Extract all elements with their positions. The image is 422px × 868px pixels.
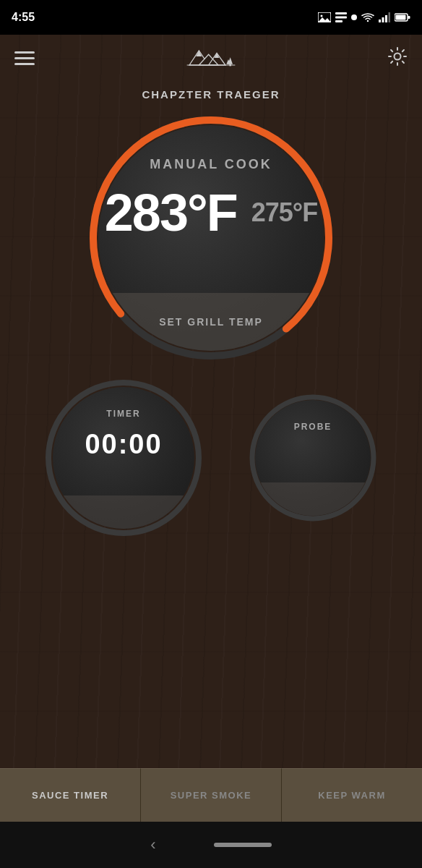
- status-icons: [318, 12, 410, 22]
- gauge-temps: 283°F 275°F: [98, 187, 324, 239]
- image-icon: [318, 12, 331, 22]
- timer-value: 00:00: [85, 429, 162, 460]
- timer-label: TIMER: [106, 409, 140, 419]
- status-bar: 4:55: [0, 0, 422, 35]
- timer-gauge[interactable]: TIMER 00:00: [44, 378, 203, 537]
- svg-rect-8: [389, 12, 391, 22]
- small-gauges-row: TIMER 00:00 PROBE: [0, 361, 422, 545]
- svg-rect-4: [335, 20, 343, 22]
- app-title: CHAPZTER TRAEGER: [0, 88, 422, 101]
- svg-point-21: [395, 54, 401, 60]
- caption-icon: [335, 12, 347, 22]
- settings-button[interactable]: [387, 46, 408, 69]
- set-temp: 275°F: [251, 197, 317, 228]
- timer-gauge-inner: TIMER 00:00: [53, 387, 194, 529]
- svg-point-1: [321, 15, 323, 17]
- bottom-buttons: SAUCE TIMER SUPER SMOKE KEEP WARM: [0, 768, 422, 822]
- bottom-nav: ‹: [0, 822, 422, 868]
- hamburger-menu-button[interactable]: [14, 51, 35, 65]
- home-pill[interactable]: [214, 843, 272, 847]
- svg-rect-10: [396, 15, 406, 20]
- probe-gauge[interactable]: PROBE: [248, 393, 378, 523]
- probe-gauge-inner: PROBE: [255, 400, 371, 516]
- signal-icon: [379, 12, 390, 22]
- svg-rect-2: [335, 12, 347, 14]
- svg-rect-11: [408, 16, 410, 19]
- battery-icon: [395, 13, 410, 22]
- main-gauge-inner: MANUAL COOK 283°F 275°F SET GRILL TEMP: [98, 125, 324, 351]
- traeger-logo-svg: [182, 43, 240, 72]
- svg-rect-5: [379, 20, 381, 22]
- status-time: 4:55: [12, 11, 35, 24]
- svg-rect-7: [385, 15, 387, 22]
- super-smoke-button[interactable]: SUPER SMOKE: [141, 768, 282, 822]
- top-nav: [0, 35, 422, 81]
- main-gauge-container[interactable]: MANUAL COOK 283°F 275°F SET GRILL TEMP: [88, 115, 334, 361]
- probe-label: PROBE: [294, 422, 332, 432]
- main-gauge-ring: MANUAL COOK 283°F 275°F SET GRILL TEMP: [88, 115, 334, 361]
- cook-mode-label: MANUAL COOK: [150, 157, 272, 172]
- notification-dot: [351, 14, 357, 20]
- sauce-timer-button[interactable]: SAUCE TIMER: [0, 768, 141, 822]
- timer-gauge-bottom: [53, 495, 194, 529]
- wifi-icon: [361, 12, 374, 22]
- set-grill-label: SET GRILL TEMP: [159, 316, 263, 328]
- svg-rect-3: [335, 17, 347, 19]
- current-temp: 283°F: [105, 187, 237, 239]
- probe-gauge-bottom: [255, 482, 371, 516]
- keep-warm-button[interactable]: KEEP WARM: [282, 768, 422, 822]
- app-logo: [182, 43, 240, 72]
- back-button[interactable]: ‹: [150, 835, 155, 854]
- svg-rect-6: [382, 17, 384, 22]
- gauge-bottom-band[interactable]: SET GRILL TEMP: [98, 293, 324, 351]
- app-title-section: CHAPZTER TRAEGER: [0, 81, 422, 115]
